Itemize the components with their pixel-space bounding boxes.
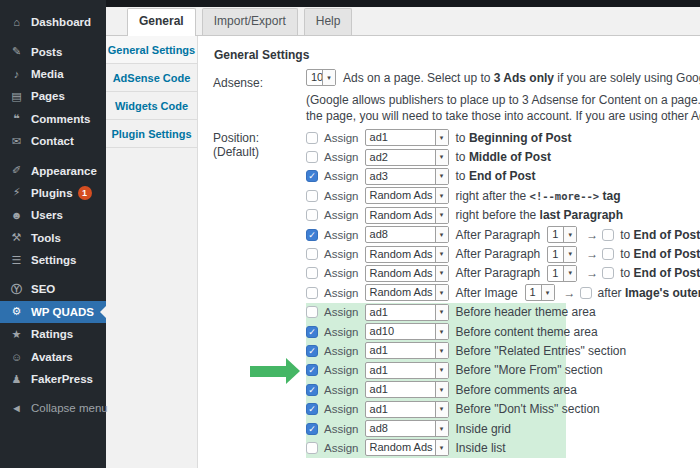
ad-select[interactable]: ad8▾ bbox=[365, 226, 449, 243]
text-run: after bbox=[598, 286, 625, 300]
select-value: ad1 bbox=[366, 343, 435, 358]
ad-select[interactable]: ad1▾ bbox=[365, 381, 449, 398]
assign-checkbox[interactable]: ✓ bbox=[306, 287, 318, 299]
ad-select[interactable]: ad1▾ bbox=[365, 342, 449, 359]
select-value: Random Ads bbox=[366, 208, 435, 223]
text-run: 3 Ads only bbox=[494, 71, 554, 85]
assign-checkbox[interactable]: ✓ bbox=[306, 384, 318, 396]
select-value: ad1 bbox=[366, 382, 435, 397]
ad-select[interactable]: ad1▾ bbox=[365, 362, 449, 379]
assign-checkbox[interactable]: ✓ bbox=[306, 151, 318, 163]
ad-select[interactable]: ad1▾ bbox=[365, 401, 449, 418]
sidebar-item-plugins[interactable]: ⚡Plugins1 bbox=[0, 182, 106, 204]
ad-select[interactable]: Random Ads▾ bbox=[365, 187, 449, 204]
assign-checkbox[interactable]: ✓ bbox=[306, 267, 318, 279]
yoast-seo-icon: Ⓨ bbox=[9, 282, 24, 297]
assign-checkbox[interactable]: ✓ bbox=[306, 442, 318, 454]
sidebar-item-avatars[interactable]: ☺Avatars bbox=[0, 345, 106, 367]
sidebar-item-contact[interactable]: ✉Contact bbox=[0, 130, 106, 152]
ad-select[interactable]: ad1▾ bbox=[365, 304, 449, 321]
assign-checkbox[interactable]: ✓ bbox=[306, 132, 318, 144]
ads-count-select[interactable]: 10 ▾ bbox=[306, 69, 336, 86]
fallback-checkbox[interactable]: ✓ bbox=[602, 248, 614, 260]
sidebar-item-dashboard[interactable]: ⌂Dashboard bbox=[0, 11, 106, 33]
assign-checkbox[interactable]: ✓ bbox=[306, 423, 318, 435]
chevron-down-icon: ▾ bbox=[435, 343, 448, 358]
fallback-checkbox[interactable]: ✓ bbox=[602, 229, 614, 241]
tab-import-export[interactable]: Import/Export bbox=[202, 8, 298, 35]
tab-general[interactable]: General bbox=[127, 8, 196, 36]
tab-help[interactable]: Help bbox=[304, 8, 353, 35]
assign-label: Assign bbox=[324, 248, 359, 260]
sidebar-item-seo[interactable]: ⓎSEO bbox=[0, 278, 106, 300]
sidebar-item-fakerpress[interactable]: ♟FakerPress bbox=[0, 368, 106, 390]
text-run: Beginning of Post bbox=[469, 131, 572, 145]
text-run: last Paragraph bbox=[540, 208, 623, 222]
assign-checkbox[interactable]: ✓ bbox=[306, 326, 318, 338]
ad-select[interactable]: ad10▾ bbox=[365, 323, 449, 340]
fallback-checkbox[interactable]: ✓ bbox=[602, 267, 614, 279]
sidebar-item-settings[interactable]: ☰Settings bbox=[0, 249, 106, 271]
number-select[interactable]: 1▾ bbox=[547, 265, 577, 282]
row-description: right after the <!--more--> tag bbox=[456, 189, 621, 203]
sidebar-item-posts[interactable]: ✎Posts bbox=[0, 40, 106, 62]
ad-select[interactable]: ad8▾ bbox=[365, 420, 449, 437]
mid-label: After Paragraph bbox=[456, 266, 541, 280]
subnav-item-general-settings[interactable]: General Settings bbox=[106, 36, 197, 64]
sidebar-item-tools[interactable]: ⚒Tools bbox=[0, 227, 106, 249]
assign-checkbox[interactable]: ✓ bbox=[306, 248, 318, 260]
assign-checkbox[interactable]: ✓ bbox=[306, 345, 318, 357]
fallback-checkbox[interactable]: ✓ bbox=[580, 287, 592, 299]
ad-select[interactable]: Random Ads▾ bbox=[365, 207, 449, 224]
chevron-down-icon: ▾ bbox=[435, 402, 448, 417]
sidebar-item-label: Ratings bbox=[31, 328, 73, 340]
subnav-item-widgets-code[interactable]: Widgets Code bbox=[106, 92, 197, 120]
sidebar-item-wp-quads[interactable]: ⚙WP QUADS bbox=[0, 301, 106, 323]
position-row: ✓Assignad1▾to Beginning of Post bbox=[198, 128, 700, 147]
assign-checkbox[interactable]: ✓ bbox=[306, 403, 318, 415]
ad-select[interactable]: ad2▾ bbox=[365, 149, 449, 166]
number-select[interactable]: 1▾ bbox=[547, 226, 577, 243]
chevron-down-icon: ▾ bbox=[541, 285, 554, 300]
sidebar-item-label: Contact bbox=[31, 135, 74, 147]
number-select[interactable]: 1▾ bbox=[525, 284, 555, 301]
sidebar-item-comments[interactable]: ❝Comments bbox=[0, 108, 106, 130]
chevron-down-icon: ▾ bbox=[435, 421, 448, 436]
assign-checkbox[interactable]: ✓ bbox=[306, 209, 318, 221]
sidebar-item-pages[interactable]: ▤Pages bbox=[0, 85, 106, 107]
chevron-down-icon: ▾ bbox=[435, 150, 448, 165]
row-description: right before the last Paragraph bbox=[456, 208, 623, 222]
ad-select[interactable]: ad1▾ bbox=[365, 129, 449, 146]
ad-select[interactable]: ad3▾ bbox=[365, 168, 449, 185]
assign-checkbox[interactable]: ✓ bbox=[306, 364, 318, 376]
row-description: Before "More From" section bbox=[456, 363, 603, 377]
star-icon: ★ bbox=[9, 328, 24, 341]
row-description: to Beginning of Post bbox=[456, 131, 572, 145]
subnav-item-adsense-code[interactable]: AdSense Code bbox=[106, 64, 197, 92]
assign-checkbox[interactable]: ✓ bbox=[306, 229, 318, 241]
sidebar-item-media[interactable]: ♪Media bbox=[0, 63, 106, 85]
number-select[interactable]: 1▾ bbox=[547, 246, 577, 263]
sidebar-item-users[interactable]: ☻Users bbox=[0, 204, 106, 226]
chevron-down-icon: ▾ bbox=[563, 266, 576, 281]
ad-select[interactable]: Random Ads▾ bbox=[365, 439, 449, 456]
pointer-arrow bbox=[250, 358, 301, 384]
text-run: to bbox=[456, 131, 469, 145]
ad-select[interactable]: Random Ads▾ bbox=[365, 246, 449, 263]
sidebar-item-appearance[interactable]: ✐Appearance bbox=[0, 159, 106, 181]
sidebar-item-ratings[interactable]: ★Ratings bbox=[0, 323, 106, 345]
text-run: Image's outer bbox=[625, 286, 700, 300]
text-run: Before comments area bbox=[456, 383, 577, 397]
position-row: ✓Assignad8▾Inside grid bbox=[198, 419, 700, 438]
sidebar-item-collapse-menu[interactable]: ◄Collapse menu bbox=[0, 397, 106, 419]
text-run: right after the bbox=[456, 189, 530, 203]
subnav-item-plugin-settings[interactable]: Plugin Settings bbox=[106, 120, 197, 148]
position-row: ✓Assignad1▾Before "Don't Miss" section bbox=[198, 399, 700, 418]
row-description: to End of Post if fewer paragraphs are bbox=[620, 228, 700, 242]
ad-select[interactable]: Random Ads▾ bbox=[365, 265, 449, 282]
assign-checkbox[interactable]: ✓ bbox=[306, 170, 318, 182]
assign-checkbox[interactable]: ✓ bbox=[306, 190, 318, 202]
chevron-down-icon: ▾ bbox=[435, 169, 448, 184]
assign-checkbox[interactable]: ✓ bbox=[306, 306, 318, 318]
ad-select[interactable]: Random Ads▾ bbox=[365, 284, 449, 301]
